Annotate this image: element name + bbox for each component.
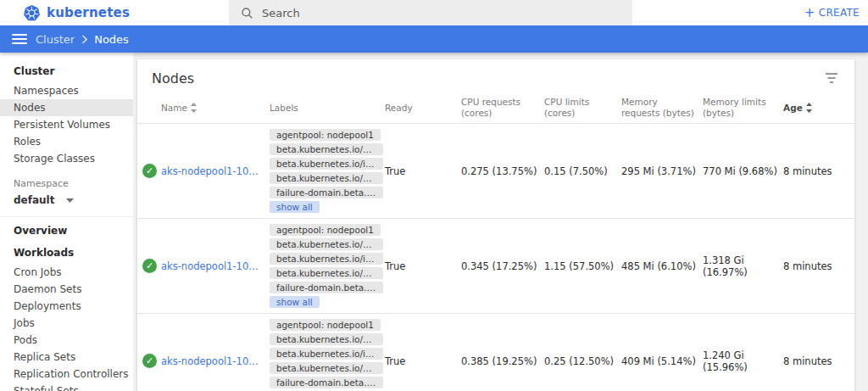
labels-cell: agentpool: nodepool1 beta.kubernetes.io/… xyxy=(270,129,385,213)
cpu-requests-cell: 0.275 (13.75%) xyxy=(461,165,544,177)
card-header: Nodes xyxy=(137,59,854,97)
label-chip: beta.kubernetes.io/arch: amd... xyxy=(270,333,383,345)
labels-cell: agentpool: nodepool1 beta.kubernetes.io/… xyxy=(270,224,385,308)
node-link[interactable]: aks-nodepool1-10230590-vm... xyxy=(161,355,264,367)
table-row: ✓ aks-nodepool1-10230590-vm... agentpool… xyxy=(137,314,854,391)
label-chip: beta.kubernetes.io/arch: amd... xyxy=(270,238,383,250)
create-button-label: CREATE xyxy=(819,7,860,19)
column-header-cpu-limits: CPU limits (cores) xyxy=(544,97,621,119)
menu-icon[interactable] xyxy=(12,34,27,44)
memory-requests-cell: 485 Mi (6.10%) xyxy=(621,260,703,272)
sidebar-item-persistent-volumes[interactable]: Persistent Volumes xyxy=(0,116,133,133)
label-chip: agentpool: nodepool1 xyxy=(270,319,381,331)
sidebar-section-workloads: Workloads xyxy=(0,242,133,264)
kubernetes-logo-icon xyxy=(23,4,41,22)
status-ok-icon: ✓ xyxy=(142,354,157,368)
column-header-memory-requests: Memory requests (bytes) xyxy=(621,97,703,119)
table-header: Name Labels Ready CPU requests (cores) C… xyxy=(137,97,854,124)
node-link[interactable]: aks-nodepool1-10230590-vm... xyxy=(161,260,264,272)
label-chip: beta.kubernetes.io/os: linux xyxy=(270,362,383,374)
sort-arrows-icon xyxy=(190,103,198,113)
memory-limits-cell: 1.240 Gi (15.96%) xyxy=(703,349,783,373)
label-chip: beta.kubernetes.io/instance-t... xyxy=(270,348,383,360)
sidebar: Cluster Namespaces Nodes Persistent Volu… xyxy=(0,53,133,391)
sidebar-item-overview[interactable]: Overview xyxy=(0,220,133,242)
sidebar-item-storage-classes[interactable]: Storage Classes xyxy=(0,150,133,167)
breadcrumb-cluster[interactable]: Cluster xyxy=(36,33,75,46)
filter-button[interactable] xyxy=(825,72,838,84)
label-chip: beta.kubernetes.io/os: linux xyxy=(270,172,383,184)
table-row: ✓ aks-nodepool1-10230590-vm... agentpool… xyxy=(137,219,854,314)
sidebar-item-cron-jobs[interactable]: Cron Jobs xyxy=(0,264,133,281)
sort-arrows-icon xyxy=(805,103,813,113)
namespace-label: Namespace xyxy=(0,167,133,191)
column-header-age[interactable]: Age xyxy=(783,103,854,114)
status-ok-icon: ✓ xyxy=(142,164,157,178)
label-chip: failure-domain.beta.kubernet... xyxy=(270,282,383,293)
sidebar-divider xyxy=(0,216,133,217)
ready-cell: True xyxy=(385,260,461,272)
label-chip: agentpool: nodepool1 xyxy=(270,129,381,141)
label-chip: agentpool: nodepool1 xyxy=(270,224,381,236)
ready-cell: True xyxy=(385,165,461,177)
chevron-right-icon xyxy=(81,35,87,44)
sidebar-item-deployments[interactable]: Deployments xyxy=(0,298,133,315)
memory-limits-cell: 1.318 Gi (16.97%) xyxy=(703,254,783,278)
kubernetes-home-link[interactable]: kubernetes xyxy=(23,4,130,22)
status-cell: ✓ xyxy=(142,259,161,273)
create-button[interactable]: + CREATE xyxy=(804,7,860,19)
name-cell: aks-nodepool1-10230590-vm... xyxy=(161,355,270,367)
label-chip: beta.kubernetes.io/instance-t... xyxy=(270,158,383,170)
search-input[interactable]: Search xyxy=(229,0,632,25)
status-ok-icon: ✓ xyxy=(142,259,157,273)
sidebar-item-replication-controllers[interactable]: Replication Controllers xyxy=(0,366,133,383)
cpu-requests-cell: 0.385 (19.25%) xyxy=(461,355,544,367)
memory-limits-cell: 770 Mi (9.68%) xyxy=(703,165,783,177)
column-header-labels: Labels xyxy=(270,103,385,114)
show-all-button[interactable]: show all xyxy=(270,201,320,213)
breadcrumb-current: Nodes xyxy=(94,33,129,46)
search-placeholder: Search xyxy=(262,7,300,20)
column-header-name[interactable]: Name xyxy=(161,103,270,114)
memory-requests-cell: 295 Mi (3.71%) xyxy=(621,165,703,177)
age-cell: 8 minutes xyxy=(783,165,854,177)
table-row: ✓ aks-nodepool1-10230590-vm... agentpool… xyxy=(137,124,854,219)
memory-requests-cell: 409 Mi (5.14%) xyxy=(621,355,703,367)
label-chip: failure-domain.beta.kubernet... xyxy=(270,187,383,198)
column-header-cpu-requests: CPU requests (cores) xyxy=(461,97,544,119)
labels-cell: agentpool: nodepool1 beta.kubernetes.io/… xyxy=(270,319,385,391)
plus-icon: + xyxy=(804,8,815,18)
caret-down-icon xyxy=(66,198,74,203)
column-header-memory-limits: Memory limits (bytes) xyxy=(703,97,783,119)
brand-name: kubernetes xyxy=(47,5,130,20)
search-icon xyxy=(241,7,253,20)
sidebar-item-jobs[interactable]: Jobs xyxy=(0,315,133,332)
status-cell: ✓ xyxy=(142,164,161,178)
cpu-limits-cell: 0.25 (12.50%) xyxy=(544,355,621,367)
sidebar-section-cluster: Cluster xyxy=(0,60,133,82)
cpu-limits-cell: 0.15 (7.50%) xyxy=(544,165,621,177)
sidebar-item-roles[interactable]: Roles xyxy=(0,133,133,150)
sidebar-item-stateful-sets[interactable]: Stateful Sets xyxy=(0,383,133,391)
sidebar-item-namespaces[interactable]: Namespaces xyxy=(0,82,133,99)
label-chip: beta.kubernetes.io/os: linux xyxy=(270,267,383,279)
breadcrumb: Cluster Nodes xyxy=(36,33,129,46)
label-chip: beta.kubernetes.io/arch: amd... xyxy=(270,143,383,155)
sidebar-item-nodes[interactable]: Nodes xyxy=(0,99,133,116)
name-cell: aks-nodepool1-10230590-vm... xyxy=(161,260,270,272)
sidebar-item-pods[interactable]: Pods xyxy=(0,332,133,349)
name-cell: aks-nodepool1-10230590-vm... xyxy=(161,165,270,177)
namespace-select[interactable]: default xyxy=(0,191,133,214)
node-link[interactable]: aks-nodepool1-10230590-vm... xyxy=(161,165,264,177)
sidebar-item-daemon-sets[interactable]: Daemon Sets xyxy=(0,281,133,298)
cpu-limits-cell: 1.15 (57.50%) xyxy=(544,260,621,272)
sidebar-item-replica-sets[interactable]: Replica Sets xyxy=(0,349,133,366)
ready-cell: True xyxy=(385,355,461,367)
age-cell: 8 minutes xyxy=(783,260,854,272)
label-chip: beta.kubernetes.io/instance-t... xyxy=(270,253,383,265)
show-all-button[interactable]: show all xyxy=(270,296,320,308)
status-cell: ✓ xyxy=(142,354,161,368)
age-cell: 8 minutes xyxy=(783,355,854,367)
top-app-bar: kubernetes Search + CREATE xyxy=(0,0,868,25)
label-chip: failure-domain.beta.kubernet... xyxy=(270,377,383,388)
